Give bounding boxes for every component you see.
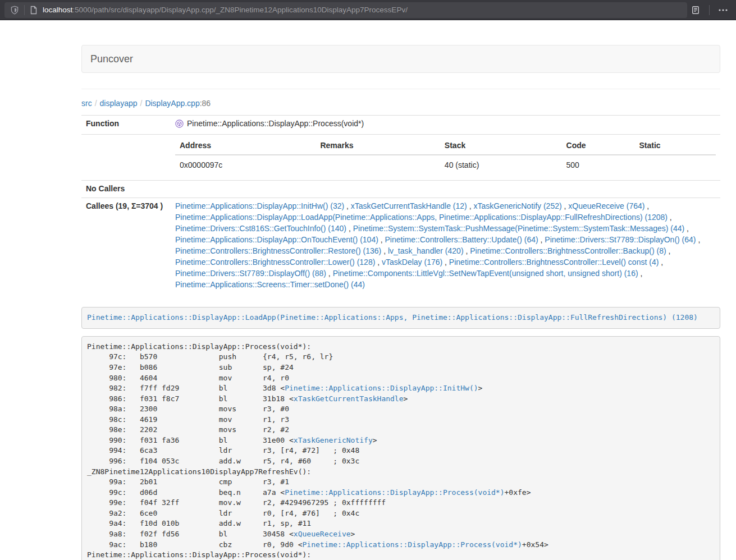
stack-value: 40 (static) — [440, 155, 562, 176]
symbol-icon — [175, 120, 184, 128]
asm-opcode-bytes: f7ff fd29 — [140, 383, 219, 394]
asm-symbol-link[interactable]: xQueueReceive — [294, 530, 351, 538]
callee-link[interactable]: Pinetime::Controllers::BrightnessControl… — [175, 246, 381, 255]
highlighted-symbol-link[interactable]: Pinetime::Applications::DisplayApp::Load… — [87, 313, 698, 322]
asm-symbol-link[interactable]: Pinetime::Applications::DisplayApp::Proc… — [303, 540, 522, 549]
callee-link[interactable]: Pinetime::Drivers::St7789::DisplayOn() (… — [545, 235, 696, 244]
asm-mnemonic: movs — [219, 404, 263, 415]
function-label: Function — [81, 116, 171, 135]
asm-opcode-bytes: f031 fa36 — [140, 435, 219, 446]
asm-address: 97c: — [87, 352, 126, 362]
asm-symbol-link[interactable]: Pinetime::Applications::DisplayApp::Init… — [285, 384, 478, 392]
callee-link[interactable]: Pinetime::Applications::DisplayApp::Load… — [175, 213, 668, 222]
page-icon[interactable] — [30, 6, 38, 15]
shield-icon[interactable] — [10, 6, 19, 15]
url-text[interactable]: localhost:5000/path/src/displayapp/Displ… — [43, 6, 682, 14]
table-row-stats: Address Remarks Stack Code Static 0x0000… — [81, 135, 720, 181]
menu-kebab-icon[interactable] — [715, 2, 732, 18]
callees-list: Pinetime::Applications::DisplayApp::Init… — [171, 198, 720, 293]
asm-address: 9a8: — [87, 529, 126, 540]
asm-address: 986: — [87, 394, 126, 405]
breadcrumb-link-src[interactable]: src — [81, 99, 92, 108]
column-header-code: Code — [562, 137, 635, 155]
column-header-stack: Stack — [440, 137, 562, 155]
callee-link[interactable]: xTaskGenericNotify (252) — [473, 201, 561, 210]
address-value: 0x0000097c — [175, 155, 316, 176]
callees-label: Callees (19, Σ=3704 ) — [81, 198, 171, 293]
asm-mnemonic: mov.w — [219, 498, 263, 508]
asm-instruction-line: 97c:b570push{r4, r5, r6, lr} — [87, 352, 715, 362]
callee-link[interactable]: vTaskDelay (176) — [382, 258, 442, 267]
callee-link[interactable]: Pinetime::Controllers::BrightnessControl… — [470, 246, 666, 255]
asm-opcode-bytes: f031 f8c7 — [140, 394, 219, 405]
asm-instruction-line: 980:4604movr4, r0 — [87, 373, 715, 384]
asm-opcode-bytes: 4619 — [140, 415, 219, 425]
asm-opcode-bytes: 2202 — [140, 425, 219, 435]
asm-address: 98a: — [87, 404, 126, 415]
callee-link[interactable]: Pinetime::Components::LittleVgl::SetNewT… — [333, 269, 638, 278]
url-bar[interactable]: localhost:5000/path/src/displayapp/Displ… — [4, 2, 687, 18]
asm-instruction-line: 98a:2300movsr3, #0 — [87, 404, 715, 415]
callee-link[interactable]: Pinetime::Controllers::BrightnessControl… — [449, 258, 659, 267]
asm-mnemonic: ldr — [219, 508, 263, 519]
stats-table: Address Remarks Stack Code Static 0x0000… — [175, 137, 716, 176]
asm-address: 9a4: — [87, 518, 126, 529]
asm-mnemonic: beq.n — [219, 488, 263, 498]
brand-link[interactable]: Puncover — [82, 53, 141, 65]
asm-mnemonic: cbz — [219, 540, 263, 550]
asm-symbol-link[interactable]: Pinetime::Applications::DisplayApp::Proc… — [285, 488, 504, 497]
asm-address: 99a: — [87, 477, 126, 488]
callee-link[interactable]: Pinetime::Controllers::Battery::Update()… — [385, 235, 538, 244]
callee-link[interactable]: lv_task_handler (420) — [388, 246, 464, 255]
breadcrumb-link-displayapp[interactable]: displayapp — [100, 99, 138, 108]
url-host: localhost — [43, 6, 72, 14]
asm-instruction-line: 97e:b086subsp, #24 — [87, 362, 715, 373]
asm-instruction-line: 9a2:6ce0ldrr0, [r4, #76] ; 0x4c — [87, 508, 715, 519]
asm-instruction-line: 98c:4619movr1, r3 — [87, 415, 715, 425]
callee-link[interactable]: Pinetime::Applications::DisplayApp::Init… — [175, 201, 344, 210]
browser-toolbar: localhost:5000/path/src/displayapp/Displ… — [0, 0, 736, 20]
callee-link[interactable]: Pinetime::Drivers::Cst816S::GetTouchInfo… — [175, 224, 346, 233]
asm-mnemonic: add.w — [219, 456, 263, 467]
breadcrumb-separator: / — [92, 99, 100, 108]
callee-link[interactable]: Pinetime::Controllers::BrightnessControl… — [175, 258, 375, 267]
breadcrumb-line-number: :86 — [200, 99, 211, 108]
callee-link[interactable]: Pinetime::Applications::DisplayApp::OnTo… — [175, 235, 378, 244]
disassembly-block: Pinetime::Applications::DisplayApp::Proc… — [81, 336, 720, 560]
navbar: Puncover — [81, 45, 720, 73]
page-content: Puncover src/displayapp/DisplayApp.cpp:8… — [81, 45, 720, 560]
asm-address: 980: — [87, 373, 126, 384]
asm-opcode-bytes: f104 053c — [140, 456, 219, 467]
no-callers-label: No Callers — [81, 181, 171, 198]
callee-link[interactable]: Pinetime::Drivers::St7789::DisplayOff() … — [175, 269, 326, 278]
asm-opcode-bytes: b570 — [140, 352, 219, 362]
asm-symbol-link[interactable]: xTaskGenericNotify — [294, 436, 373, 444]
asm-opcode-bytes: 4604 — [140, 373, 219, 384]
breadcrumb-separator: / — [138, 99, 145, 108]
reader-mode-icon[interactable] — [687, 2, 704, 18]
divider — [81, 89, 720, 89]
callee-link[interactable]: Pinetime::System::SystemTask::PushMessag… — [353, 224, 685, 233]
callee-link[interactable]: xQueueReceive (764) — [568, 201, 644, 210]
breadcrumb: src/displayapp/DisplayApp.cpp:86 — [81, 99, 720, 108]
asm-address: 994: — [87, 446, 126, 456]
asm-symbol-link[interactable]: xTaskGetCurrentTaskHandle — [294, 394, 404, 403]
asm-mnemonic: ldr — [219, 446, 263, 456]
column-header-static: Static — [635, 137, 716, 155]
column-header-remarks: Remarks — [316, 137, 440, 155]
asm-instruction-line: 982:f7ff fd29bl3d8 <Pinetime::Applicatio… — [87, 383, 715, 394]
asm-address: 98c: — [87, 415, 126, 425]
asm-opcode-bytes: f10d 010b — [140, 518, 219, 529]
asm-mnemonic: cmp — [219, 477, 263, 488]
callee-link[interactable]: xTaskGetCurrentTaskHandle (12) — [351, 201, 467, 210]
asm-opcode-bytes: 2b01 — [140, 477, 219, 488]
asm-mnemonic: bl — [219, 383, 263, 394]
asm-opcode-bytes: 6ca3 — [140, 446, 219, 456]
asm-instruction-line: 9a8:f02f fd56bl30458 <xQueueReceive> — [87, 529, 715, 540]
asm-address: 982: — [87, 383, 126, 394]
breadcrumb-link-file[interactable]: DisplayApp.cpp — [145, 99, 199, 108]
asm-mnemonic: movs — [219, 425, 263, 435]
url-path: :5000/path/src/displayapp/DisplayApp.cpp… — [72, 6, 408, 14]
callee-link[interactable]: Pinetime::Applications::Screens::Timer::… — [175, 280, 365, 289]
highlighted-symbol-block: Pinetime::Applications::DisplayApp::Load… — [81, 307, 720, 329]
